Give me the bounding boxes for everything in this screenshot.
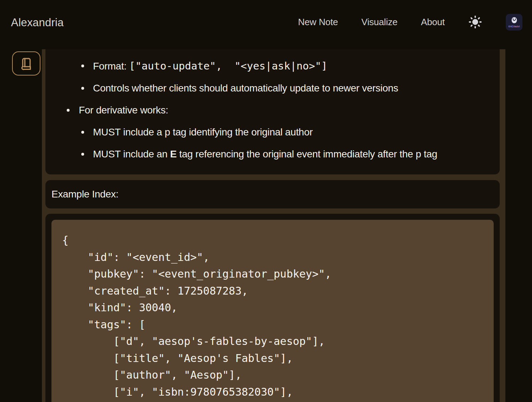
list-item-text: Format: bbox=[93, 61, 129, 72]
list-item-text: Controls whether clients should automati… bbox=[93, 83, 398, 94]
gitcitadel-logo-label: GitCitadel bbox=[508, 25, 520, 28]
app-title[interactable]: Alexandria bbox=[11, 16, 64, 29]
inline-code: ["auto-update", "<yes|ask|no>"] bbox=[129, 60, 328, 72]
list-item: MUST include a p tag identifying the ori… bbox=[60, 126, 486, 138]
list-item-text: MUST include a p tag identifying the ori… bbox=[93, 127, 313, 138]
nav-visualize[interactable]: Visualize bbox=[361, 17, 397, 28]
sun-icon bbox=[468, 15, 482, 29]
list-item-text: For derivative works: bbox=[79, 105, 168, 116]
theme-toggle-button[interactable] bbox=[468, 15, 482, 29]
scrollbar[interactable] bbox=[500, 49, 505, 402]
list-item-text: tag referencing the original event immed… bbox=[177, 149, 437, 160]
list-item: MUST include an E tag referencing the or… bbox=[60, 148, 486, 160]
nav-new-note[interactable]: New Note bbox=[298, 17, 338, 28]
list-item: Controls whether clients should automati… bbox=[60, 82, 486, 94]
list-item-text: MUST include an bbox=[93, 149, 170, 160]
code-panel: { "id": "<event_id>", "pubkey": "<event_… bbox=[45, 214, 500, 402]
top-header: Alexandria New Note Visualize About bbox=[0, 0, 532, 44]
book-icon bbox=[19, 56, 33, 71]
example-index-panel: Example Index: bbox=[45, 180, 500, 208]
sidebar-toggle-button[interactable] bbox=[12, 51, 40, 76]
code-block: { "id": "<event_id>", "pubkey": "<event_… bbox=[51, 220, 494, 402]
code-content: { "id": "<event_id>", "pubkey": "<event_… bbox=[62, 232, 483, 400]
doc-section-panel: Format: ["auto-update", "<yes|ask|no>"]C… bbox=[45, 49, 500, 174]
gitcitadel-logo[interactable]: GitCitadel bbox=[506, 14, 522, 30]
doc-list: Format: ["auto-update", "<yes|ask|no>"]C… bbox=[60, 60, 486, 160]
gitcitadel-logo-icon bbox=[510, 16, 519, 25]
nav-about[interactable]: About bbox=[421, 17, 445, 28]
example-index-label: Example Index: bbox=[51, 189, 119, 200]
emphasized-text: E bbox=[170, 149, 176, 160]
content-scroll-area: Format: ["auto-update", "<yes|ask|no>"]C… bbox=[42, 49, 505, 402]
list-item: Format: ["auto-update", "<yes|ask|no>"] bbox=[60, 60, 486, 72]
list-item: For derivative works: bbox=[60, 104, 486, 116]
main-nav: New Note Visualize About bbox=[298, 0, 522, 44]
